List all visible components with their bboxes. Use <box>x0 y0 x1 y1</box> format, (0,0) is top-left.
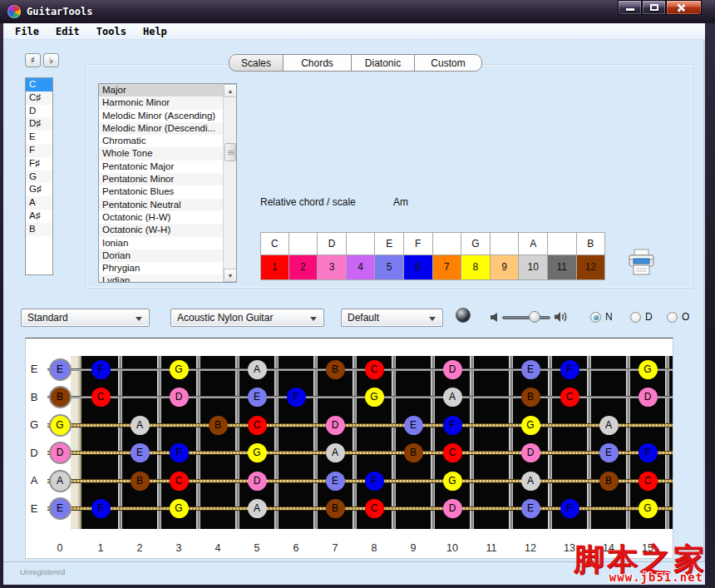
root-note-item[interactable]: F♯ <box>26 157 52 170</box>
root-note-item[interactable]: A♯ <box>26 210 52 223</box>
note-marker[interactable]: A <box>131 416 150 435</box>
note-marker[interactable]: C <box>560 388 579 407</box>
root-note-item[interactable]: C♯ <box>26 91 52 105</box>
note-marker[interactable]: G <box>170 499 189 518</box>
note-marker[interactable]: E <box>51 499 70 518</box>
note-marker[interactable]: F <box>560 360 579 379</box>
radio-n[interactable] <box>590 312 601 323</box>
volume-slider[interactable] <box>502 316 550 319</box>
scale-item[interactable]: Harmonic Minor <box>99 96 223 109</box>
menu-file[interactable]: File <box>7 25 47 38</box>
root-note-item[interactable]: F <box>26 144 52 157</box>
scale-item[interactable]: Pentatonic Blues <box>99 185 223 198</box>
note-marker[interactable]: G <box>365 388 384 407</box>
root-note-item[interactable]: B <box>26 223 52 236</box>
sharp-button[interactable]: ♯ <box>25 53 41 67</box>
note-marker[interactable]: E <box>599 443 619 462</box>
note-marker[interactable]: E <box>131 443 150 462</box>
root-note-item[interactable]: E <box>26 131 52 144</box>
print-button[interactable] <box>624 247 660 280</box>
note-marker[interactable]: B <box>131 472 150 491</box>
note-marker[interactable]: B <box>521 388 540 407</box>
note-marker[interactable]: A <box>51 472 70 491</box>
root-note-item[interactable]: C <box>26 78 52 91</box>
flat-button[interactable]: ♭ <box>43 53 59 67</box>
note-marker[interactable]: C <box>170 472 189 491</box>
scale-item[interactable]: Lydian <box>99 274 223 283</box>
scale-item[interactable]: Octatonic (W-H) <box>99 224 223 236</box>
root-note-item[interactable]: D♯ <box>26 117 52 131</box>
note-marker[interactable]: D <box>521 443 540 462</box>
minimize-button[interactable] <box>618 0 642 15</box>
note-marker[interactable]: D <box>443 360 462 379</box>
note-marker[interactable]: A <box>521 472 540 491</box>
speaker-knob-icon[interactable] <box>456 308 471 323</box>
note-marker[interactable]: B <box>404 443 423 462</box>
volume-slider-thumb[interactable] <box>529 311 540 323</box>
note-marker[interactable]: F <box>91 360 111 379</box>
note-marker[interactable]: E <box>404 416 423 435</box>
preset-select[interactable]: Default <box>341 309 443 327</box>
note-marker[interactable]: F <box>639 443 658 462</box>
note-marker[interactable]: F <box>170 443 189 462</box>
note-marker[interactable]: A <box>599 416 619 435</box>
note-marker[interactable]: B <box>51 388 70 407</box>
root-note-item[interactable]: D <box>26 105 52 118</box>
scale-item[interactable]: Melodic Minor (Descendi... <box>99 122 223 135</box>
menu-edit[interactable]: Edit <box>47 25 88 38</box>
note-marker[interactable]: F <box>443 416 462 435</box>
tab-diatonic[interactable]: Diatonic <box>351 54 415 72</box>
note-marker[interactable]: C <box>365 360 384 379</box>
scroll-up-icon[interactable]: ▲ <box>224 84 237 97</box>
note-marker[interactable]: A <box>248 360 267 379</box>
scale-item[interactable]: Chromatic <box>99 135 223 147</box>
note-marker[interactable]: C <box>639 472 658 491</box>
close-button[interactable] <box>666 0 702 15</box>
note-marker[interactable]: G <box>639 499 658 518</box>
root-note-item[interactable]: G <box>26 170 52 184</box>
root-note-item[interactable]: A <box>26 196 52 210</box>
note-marker[interactable]: F <box>560 499 579 518</box>
note-marker[interactable]: A <box>248 499 267 518</box>
note-marker[interactable]: G <box>51 416 70 435</box>
instrument-select[interactable]: Acoustic Nylon Guitar <box>170 309 324 327</box>
tab-scales[interactable]: Scales <box>229 54 284 72</box>
note-marker[interactable]: B <box>326 499 345 518</box>
scale-scrollbar[interactable]: ▲ ▼ <box>223 84 236 282</box>
note-marker[interactable]: E <box>51 360 70 379</box>
radio-d[interactable] <box>630 312 641 323</box>
scale-item[interactable]: Dorian <box>99 250 223 262</box>
scale-item[interactable]: Octatonic (H-W) <box>99 211 223 224</box>
note-marker[interactable]: D <box>51 443 70 462</box>
scroll-thumb[interactable] <box>224 143 236 161</box>
scale-item[interactable]: Ionian <box>99 237 223 250</box>
scale-item[interactable]: Pentatonic Neutral <box>99 199 223 211</box>
scale-item[interactable]: Pentatonic Minor <box>99 173 223 185</box>
radio-o[interactable] <box>667 312 678 323</box>
note-marker[interactable]: D <box>443 499 462 518</box>
note-marker[interactable]: F <box>287 388 306 407</box>
note-marker[interactable]: D <box>170 388 189 407</box>
note-marker[interactable]: F <box>365 472 384 491</box>
note-marker[interactable]: G <box>170 360 189 379</box>
scale-item[interactable]: Phrygian <box>99 262 223 274</box>
note-marker[interactable]: G <box>521 416 540 435</box>
note-marker[interactable]: E <box>248 388 267 407</box>
scale-item[interactable]: Whole Tone <box>99 147 223 160</box>
note-marker[interactable]: B <box>209 416 228 435</box>
maximize-button[interactable] <box>642 0 666 15</box>
scale-list[interactable]: MajorHarmonic MinorMelodic Minor (Ascend… <box>98 83 237 283</box>
note-marker[interactable]: D <box>639 388 658 407</box>
note-marker[interactable]: F <box>91 499 111 518</box>
menu-help[interactable]: Help <box>135 25 175 38</box>
note-marker[interactable]: A <box>326 443 345 462</box>
note-marker[interactable]: G <box>248 443 267 462</box>
tab-custom[interactable]: Custom <box>414 54 482 72</box>
root-note-item[interactable]: G♯ <box>26 183 52 196</box>
scale-item[interactable]: Major <box>99 84 223 96</box>
menu-tools[interactable]: Tools <box>88 25 135 38</box>
note-marker[interactable]: D <box>248 472 267 491</box>
note-marker[interactable]: D <box>326 416 345 435</box>
tuning-select[interactable]: Standard <box>21 309 150 327</box>
note-marker[interactable]: B <box>326 360 345 379</box>
